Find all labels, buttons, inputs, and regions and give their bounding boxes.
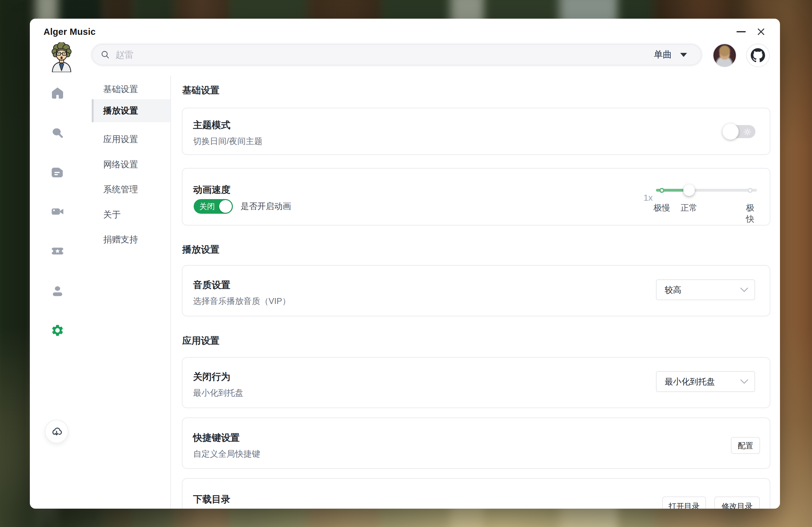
slider-label-slow: 极慢: [653, 202, 670, 213]
slider-mark-slow[interactable]: [659, 188, 664, 193]
slider-knob[interactable]: [683, 184, 695, 196]
nav-user-icon[interactable]: [51, 284, 64, 298]
theme-toggle[interactable]: [723, 125, 755, 138]
card-theme-desc: 切换日间/夜间主题: [193, 137, 263, 146]
slider-label-fast: 极快: [746, 202, 754, 225]
app-avatar[interactable]: [48, 42, 75, 72]
close-behavior-value: 最小化到托盘: [665, 376, 715, 387]
card-close-behavior: 关闭行为 最小化到托盘 最小化到托盘: [182, 357, 770, 408]
card-shortcuts-title: 快捷键设置: [193, 433, 240, 443]
nav-playlist-icon[interactable]: [51, 166, 64, 179]
settings-menu-item-donate[interactable]: 捐赠支持: [92, 228, 170, 251]
minimize-icon: [737, 31, 746, 32]
slider-label-normal: 正常: [681, 202, 697, 213]
settings-menu-item-app[interactable]: 应用设置: [92, 128, 170, 151]
quality-select[interactable]: 较高: [656, 279, 755, 300]
card-close-desc: 最小化到托盘: [193, 388, 243, 397]
search-type-dropdown[interactable]: 单曲: [654, 48, 687, 61]
settings-menu-item-network[interactable]: 网络设置: [92, 153, 170, 176]
card-animation-title: 动画速度: [193, 185, 230, 195]
configure-button[interactable]: 配置: [731, 437, 760, 454]
settings-menu-item-about[interactable]: 关于: [92, 203, 170, 226]
section-title-play: 播放设置: [182, 243, 219, 256]
download-manager-button[interactable]: [45, 420, 68, 443]
card-close-title: 关闭行为: [193, 372, 230, 382]
card-theme-title: 主题模式: [193, 120, 230, 130]
app-window: Alger Music: [30, 19, 780, 509]
open-directory-button[interactable]: 打开目录: [662, 497, 706, 509]
cloud-download-icon: [50, 425, 63, 438]
app-title: Alger Music: [44, 27, 96, 37]
nav-favorites-icon[interactable]: [51, 244, 64, 258]
card-theme-mode: 主题模式 切换日间/夜间主题: [182, 108, 770, 155]
modify-directory-button[interactable]: 修改目录: [714, 497, 760, 509]
settings-menu-item-play[interactable]: 播放设置: [92, 99, 170, 122]
close-behavior-select[interactable]: 最小化到托盘: [656, 371, 755, 392]
animation-switch[interactable]: 关闭: [194, 199, 233, 214]
nav-settings-icon[interactable]: [51, 324, 64, 337]
animation-speed-slider: 1x 极慢 正常 极快: [656, 169, 757, 226]
speed-value: 1x: [643, 193, 653, 203]
card-shortcuts-desc: 自定义全局快捷键: [193, 450, 260, 458]
animation-switch-knob: [219, 200, 232, 213]
search-bar: 单曲: [92, 44, 702, 65]
section-title-app: 应用设置: [182, 334, 219, 347]
card-quality-title: 音质设置: [193, 280, 230, 290]
nav-search-icon[interactable]: [51, 126, 64, 139]
github-button[interactable]: [746, 44, 770, 67]
menu-divider: [170, 75, 171, 509]
github-icon: [751, 48, 765, 62]
card-animation-speed: 动画速度 关闭 是否开启动画 1x 极慢 正常 极快: [182, 168, 770, 226]
theme-toggle-knob: [723, 124, 739, 140]
settings-menu-item-basic[interactable]: 基础设置: [92, 78, 170, 101]
quality-select-value: 较高: [665, 284, 681, 296]
settings-menu-item-system[interactable]: 系统管理: [92, 178, 170, 201]
minimize-button[interactable]: [734, 26, 748, 38]
card-download-title: 下载目录: [193, 494, 230, 504]
animation-switch-label: 关闭: [199, 201, 215, 212]
chevron-down-icon: [740, 287, 748, 293]
card-shortcuts: 快捷键设置 自定义全局快捷键 配置: [182, 417, 770, 469]
search-type-label: 单曲: [654, 48, 672, 61]
nav-mv-icon[interactable]: [51, 205, 64, 218]
card-quality-desc: 选择音乐播放音质（VIP）: [193, 297, 291, 305]
card-quality: 音质设置 选择音乐播放音质（VIP） 较高: [182, 265, 770, 316]
close-icon: [756, 27, 766, 37]
chevron-down-icon: [740, 379, 748, 384]
animation-desc: 是否开启动画: [241, 202, 291, 211]
search-input[interactable]: [115, 49, 654, 60]
section-title-basic: 基础设置: [182, 84, 219, 97]
card-download-dir: 下载目录 打开目录 修改目录: [182, 478, 770, 509]
dropdown-arrow-icon: [680, 53, 687, 57]
user-avatar[interactable]: [713, 44, 737, 67]
close-button[interactable]: [754, 26, 768, 38]
slider-mark-fast[interactable]: [748, 188, 753, 193]
sun-icon: [743, 128, 752, 136]
nav-home-icon[interactable]: [51, 86, 64, 100]
search-icon: [100, 50, 110, 60]
